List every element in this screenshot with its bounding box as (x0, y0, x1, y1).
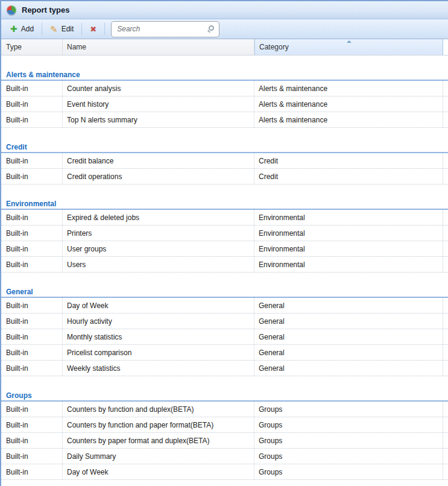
row-gutter (443, 433, 448, 448)
cell-type: Built-in (1, 464, 63, 479)
table-row[interactable]: Built-inCounters by function and duplex(… (1, 402, 448, 417)
window-title: Report types (22, 5, 69, 14)
row-gutter (443, 257, 448, 272)
cell-category: General (254, 361, 443, 376)
group-header-environmental: Environmental (1, 199, 448, 209)
row-gutter (443, 345, 448, 360)
titlebar: Report types (1, 1, 448, 19)
row-gutter (443, 96, 448, 112)
cell-name: Counter analysis (63, 81, 254, 96)
cell-category: Alerts & maintenance (254, 112, 443, 127)
row-gutter (443, 402, 448, 417)
cell-category: General (254, 329, 443, 344)
cell-type: Built-in (1, 210, 63, 225)
cell-category: Alerts & maintenance (254, 96, 443, 112)
cell-type: Built-in (1, 257, 63, 272)
cell-name: Daily Summary (63, 449, 254, 464)
cell-type: Built-in (1, 153, 63, 168)
table-row[interactable]: Built-inCounters by function and paper f… (1, 417, 448, 433)
cell-category: Credit (254, 153, 443, 168)
cell-name: Counters by function and duplex(BETA) (63, 402, 254, 417)
table-row[interactable]: Built-inPricelist comparisonGeneral (1, 345, 448, 361)
group-header-general: General (1, 287, 448, 297)
table-row[interactable]: Built-inCounter analysisAlerts & mainten… (1, 81, 448, 96)
cell-name: Day of Week (63, 298, 254, 313)
cell-name: Top N alerts summary (63, 112, 254, 127)
cell-type: Built-in (1, 449, 63, 464)
cell-name: Credit operations (63, 169, 254, 184)
cell-name: Hourly activity (63, 314, 254, 329)
row-gutter (443, 361, 448, 376)
add-button-label: Add (21, 25, 34, 33)
group-header-groups: Groups (1, 391, 448, 400)
table-row[interactable]: Built-inDaily SummaryGroups (1, 449, 448, 464)
delete-button[interactable]: ✖ (84, 23, 102, 36)
cell-name: Credit balance (63, 153, 254, 168)
cell-type: Built-in (1, 96, 63, 112)
cell-category: Groups (254, 449, 443, 464)
toolbar-separator (42, 23, 42, 35)
cell-category: Environmental (254, 257, 443, 272)
cell-name: Counters by function and paper format(BE… (63, 417, 254, 432)
toolbar-separator (81, 23, 82, 35)
table-row[interactable]: Built-inCounters by paper format and dup… (1, 433, 448, 449)
search-box (111, 21, 219, 37)
cell-type: Built-in (1, 241, 63, 256)
cell-category: Environmental (254, 210, 443, 225)
table-row[interactable]: Built-inCredit balanceCredit (1, 153, 448, 169)
row-gutter (443, 81, 448, 96)
table-row[interactable]: Built-inCredit operationsCredit (1, 169, 448, 185)
table-row[interactable]: Built-inUser groupsEnvironmental (1, 241, 448, 257)
cell-type: Built-in (1, 329, 63, 344)
pencil-icon: ✎ (50, 25, 58, 34)
cell-name: Weekly statistics (63, 361, 254, 376)
cell-name: User groups (63, 241, 254, 256)
column-header-type[interactable]: Type (1, 39, 63, 55)
column-header-category-label: Category (259, 43, 289, 51)
cell-category: Groups (254, 402, 443, 417)
cell-name: Expired & deleted jobs (63, 210, 254, 225)
column-header-row: Type Name Category (1, 39, 448, 55)
cell-category: Groups (254, 433, 443, 448)
table-row[interactable]: Built-inWeekly statisticsGeneral (1, 361, 448, 376)
table-row[interactable]: Built-inDay of WeekGeneral (1, 298, 448, 314)
cell-category: Groups (254, 464, 443, 479)
table-row[interactable]: Built-inDay of WeekGroups (1, 464, 448, 480)
cell-name: Event history (63, 96, 254, 112)
cell-category: Groups (254, 417, 443, 432)
cell-category: Credit (254, 169, 443, 184)
cell-name: Counters by paper format and duplex(BETA… (63, 433, 254, 448)
cell-name: Printers (63, 226, 254, 241)
cell-type: Built-in (1, 345, 63, 360)
row-gutter (443, 112, 448, 127)
table-row[interactable]: Built-inUsersEnvironmental (1, 257, 448, 273)
column-header-category[interactable]: Category (254, 39, 443, 55)
row-gutter (443, 464, 448, 479)
edit-button-label: Edit (62, 25, 74, 33)
table-row[interactable]: Built-inMonthly statisticsGeneral (1, 329, 448, 345)
search-input[interactable] (111, 21, 219, 37)
edit-button[interactable]: ✎ Edit (45, 22, 79, 36)
cell-type: Built-in (1, 169, 63, 184)
column-header-name[interactable]: Name (63, 39, 254, 55)
table-row[interactable]: Built-inExpired & deleted jobsEnvironmen… (1, 210, 448, 226)
table-row[interactable]: Built-inPrintersEnvironmental (1, 226, 448, 241)
cell-category: Environmental (254, 226, 443, 241)
sort-asc-icon (347, 40, 352, 43)
table-row[interactable]: Built-inTop N alerts summaryAlerts & mai… (1, 112, 448, 128)
add-button[interactable]: ✚ Add (5, 22, 39, 36)
header-gutter (443, 39, 448, 55)
group-header-credit: Credit (1, 142, 448, 152)
table-row[interactable]: Built-inEvent historyAlerts & maintenanc… (1, 96, 448, 112)
cell-type: Built-in (1, 112, 63, 127)
cell-type: Built-in (1, 298, 63, 313)
cell-category: Alerts & maintenance (254, 81, 443, 96)
cell-category: Environmental (254, 241, 443, 256)
group-header-alerts-maintenance: Alerts & maintenance (1, 70, 448, 80)
table-row[interactable]: Built-inHourly activityGeneral (1, 314, 448, 329)
row-gutter (443, 210, 448, 225)
cell-name: Pricelist comparison (63, 345, 254, 360)
cell-type: Built-in (1, 417, 63, 432)
toolbar-separator (104, 23, 105, 35)
row-gutter (443, 153, 448, 168)
